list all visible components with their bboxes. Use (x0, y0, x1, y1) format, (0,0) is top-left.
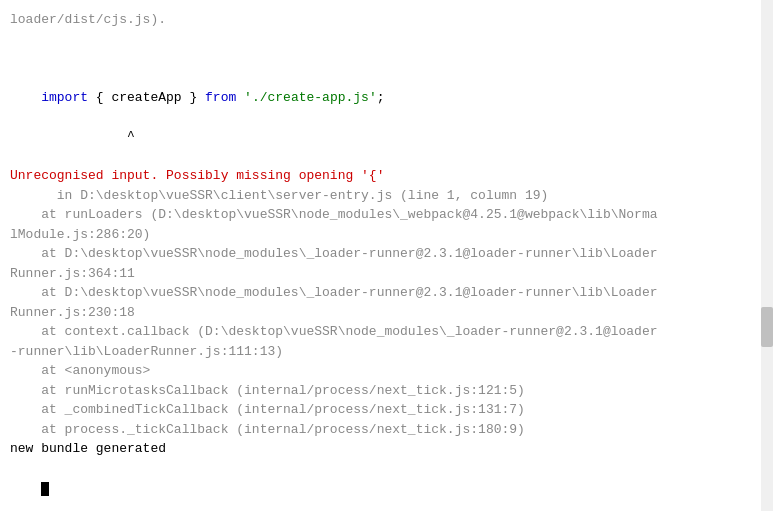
line-trace5: Runner.js:364:11 (10, 264, 773, 284)
terminal-output: loader/dist/cjs.js). import { createApp … (0, 0, 773, 511)
line-trace13: at process._tickCallback (internal/proce… (10, 420, 773, 440)
line-import: import { createApp } from './create-app.… (10, 69, 773, 128)
keyword-from: from (205, 90, 236, 105)
line-caret: ^ (10, 127, 773, 147)
line-bundle: new bundle generated (10, 439, 773, 459)
plain-space (236, 90, 244, 105)
line-blank2 (10, 49, 773, 69)
line-trace4: at D:\desktop\vueSSR\node_modules\_loade… (10, 244, 773, 264)
line-trace12: at _combinedTickCallback (internal/proce… (10, 400, 773, 420)
line-trace1: in D:\desktop\vueSSR\client\server-entry… (10, 186, 773, 206)
string-path: './create-app.js' (244, 90, 377, 105)
line-trace3: lModule.js:286:20) (10, 225, 773, 245)
scrollbar-thumb[interactable] (761, 307, 773, 347)
scrollbar[interactable] (761, 0, 773, 511)
keyword-import: import (41, 90, 88, 105)
line-trace9: -runner\lib\LoaderRunner.js:111:13) (10, 342, 773, 362)
plain-semi: ; (377, 90, 385, 105)
line-trace11: at runMicrotasksCallback (internal/proce… (10, 381, 773, 401)
line-trace10: at <anonymous> (10, 361, 773, 381)
line-blank1 (10, 30, 773, 50)
line-trace2: at runLoaders (D:\desktop\vueSSR\node_mo… (10, 205, 773, 225)
line-trace8: at context.callback (D:\desktop\vueSSR\n… (10, 322, 773, 342)
line-trace7: Runner.js:230:18 (10, 303, 773, 323)
line-trace6: at D:\desktop\vueSSR\node_modules\_loade… (10, 283, 773, 303)
line-error: Unrecognised input. Possibly missing ope… (10, 166, 773, 186)
line-cursor (10, 459, 773, 512)
line-blank3 (10, 147, 773, 167)
line-loader: loader/dist/cjs.js). (10, 10, 773, 30)
cursor-block (41, 482, 49, 496)
plain-brace: { createApp } (88, 90, 205, 105)
